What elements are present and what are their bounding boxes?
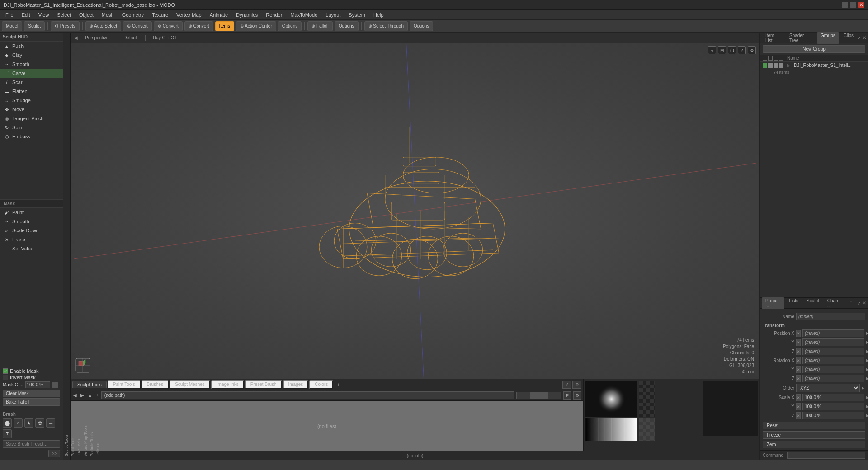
action-center-button[interactable]: ⊕ Action Center [236,21,276,31]
falloff-button[interactable]: ⊕ Falloff [307,21,333,31]
texture-preview-5[interactable] [703,381,758,436]
brush-shape-flower[interactable]: ✿ [35,418,44,428]
rtab-item-list[interactable]: Item List [762,32,785,44]
scale-x-x-btn[interactable]: ✕ [796,394,801,401]
tool-move[interactable]: ✥Move [0,105,63,114]
items-button[interactable]: Items [215,21,234,31]
scale-y-expand[interactable]: ▶ [866,404,868,409]
scale-x-input[interactable] [802,394,864,401]
pos-y-x-btn[interactable]: ✕ [796,339,801,346]
header-lock-icon[interactable] [774,56,778,61]
menu-object[interactable]: Object [75,11,97,19]
presets-button[interactable]: ⚙ Presets [51,21,80,31]
btab-preset-brush[interactable]: Preset Brush [245,380,282,389]
btab-image-inks[interactable]: Image Inks [211,380,244,389]
rtab-expand-icon[interactable]: ⤢ [857,35,861,40]
model-mode-button[interactable]: Model [2,21,22,31]
mask-opacity-btn[interactable] [52,382,58,388]
rot-x-input[interactable] [802,357,864,364]
prop-expand-icon[interactable]: ⤢ [857,301,861,306]
sculpt-mode-button[interactable]: Sculpt [24,21,45,31]
rtab-shader-tree[interactable]: Shader Tree [786,32,816,44]
menu-select[interactable]: Select [53,11,75,19]
vp-settings-button[interactable]: ⚙ [748,46,756,54]
scale-x-expand[interactable]: ▶ [866,395,868,400]
rot-x-x-btn[interactable]: ✕ [796,357,801,364]
vtab-sculpt-tools[interactable]: Sculpt Tools [63,33,70,460]
btab-images[interactable]: Images [283,380,309,389]
menu-geometry[interactable]: Geometry [118,11,147,19]
prop-tab-more[interactable]: ... [846,297,857,309]
pos-z-input[interactable] [802,348,864,355]
brush-shape-circle-solid[interactable]: ⬤ [3,418,12,428]
vp-wireframe-button[interactable]: ⬡ [728,46,736,54]
vp-fit-button[interactable]: ⊞ [718,46,726,54]
rot-x-expand[interactable]: ▶ [866,358,868,362]
rot-z-expand[interactable]: ▶ [866,376,868,381]
invert-mask-checkbox[interactable] [3,375,8,380]
command-input[interactable] [787,452,865,459]
close-button[interactable]: ✕ [858,2,864,8]
invert-mask-row[interactable]: Invert Mask [3,375,60,380]
scale-z-expand[interactable]: ▶ [866,414,868,418]
scale-z-x-btn[interactable]: ✕ [796,412,801,419]
prop-tab-lists[interactable]: Lists [785,297,802,309]
tool-tangent-pinch[interactable]: ◎Tangent Pinch [0,114,63,123]
rot-y-input[interactable] [802,366,864,373]
btab-paint-tools[interactable]: Paint Tools [108,380,141,389]
pos-x-x-btn[interactable]: ✕ [796,330,801,337]
3d-viewport[interactable]: 74 Items Polygons: Face Channels: 0 Defo… [71,43,760,379]
menu-help[interactable]: Help [370,11,387,19]
texture-preview-2[interactable] [639,381,655,417]
enable-mask-checkbox[interactable]: ✓ [3,368,8,374]
default-style-button[interactable]: Default [122,34,140,41]
tool-scar[interactable]: /Scar [0,78,63,87]
prop-tab-properties[interactable]: Prope ... [762,297,784,309]
tool-clay[interactable]: ◆Clay [0,51,63,60]
btab-add[interactable]: + [334,381,342,388]
menu-dynamics[interactable]: Dynamics [232,11,261,19]
convert-button-2[interactable]: ⊕ Convert [154,21,183,31]
maximize-button[interactable]: □ [850,2,856,8]
prop-tab-chan[interactable]: Chan ... [824,297,845,309]
options-button-2[interactable]: Options [335,21,358,31]
convert-button-3[interactable]: ⊕ Convert [184,21,213,31]
tool-spin[interactable]: ↻Spin [0,123,63,132]
vp-home-button[interactable]: ⌂ [708,46,716,54]
options-button-1[interactable]: Options [278,21,302,31]
menu-layout[interactable]: Layout [322,11,344,19]
prop-tab-sculpt[interactable]: Sculpt [803,297,823,309]
scale-z-input[interactable] [802,412,864,419]
menu-view[interactable]: View [35,11,53,19]
menu-system[interactable]: System [345,11,369,19]
header-select-icon[interactable] [779,56,783,61]
item-row-robot[interactable]: ▷ DJI_RoboMaster_S1_Intell... [760,62,868,69]
name-prop-input[interactable] [796,313,865,320]
tool-carve[interactable]: ⌒Carve [0,69,63,78]
order-expand[interactable]: ▶ [862,386,865,390]
tool-flatten[interactable]: ▬Flatten [0,87,63,96]
pos-z-expand[interactable]: ▶ [866,349,868,353]
menu-vertex-map[interactable]: Vertex Map [173,11,205,19]
rot-z-input[interactable] [802,375,864,382]
menu-mesh[interactable]: Mesh [98,11,118,19]
bake-falloff-button[interactable]: Bake Falloff [3,398,60,406]
new-group-button[interactable]: New Group [763,45,865,53]
mask-opacity-input[interactable] [25,381,50,388]
rot-y-expand[interactable]: ▶ [866,367,868,371]
convert-button-1[interactable]: ⊕ Convert [123,21,152,31]
tool-set-value[interactable]: =Set Value [0,244,63,253]
tool-smooth-2[interactable]: ~Smooth [0,217,63,226]
menu-edit[interactable]: Edit [18,11,34,19]
rtab-close-icon[interactable]: ✕ [863,35,866,40]
header-render-icon[interactable] [768,56,773,61]
order-dropdown[interactable]: XYZ [796,384,860,392]
clear-mask-button[interactable]: Clear Mask [3,390,60,397]
expand-button[interactable]: >> [48,450,60,457]
options-button-3[interactable]: Options [410,21,433,31]
pos-x-expand[interactable]: ▶ [866,331,868,335]
texture-preview-1[interactable] [585,381,637,417]
pos-z-x-btn[interactable]: ✕ [796,348,801,355]
menu-render[interactable]: Render [262,11,286,19]
tool-smooth-1[interactable]: ~Smooth [0,60,63,69]
